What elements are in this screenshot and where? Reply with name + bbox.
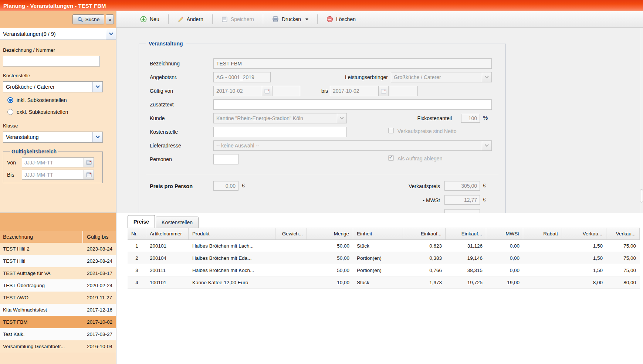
list-item[interactable]: TEST Übertragung 2020-02-24 — [0, 279, 116, 292]
cell-rabatt — [523, 252, 562, 264]
loeschen-button[interactable]: Löschen — [324, 14, 359, 24]
lieferadresse-select[interactable]: -- keine Auswahl -- — [213, 140, 492, 151]
list-item[interactable]: Test Kalk. 2017-03-27 — [0, 328, 116, 340]
gueltig-bis-zeit-input[interactable] — [389, 86, 418, 96]
form-scrollbar-track[interactable] — [640, 28, 643, 213]
tab-kostenstellen[interactable]: Kostenstellen — [156, 217, 199, 228]
list-item[interactable]: Versammlung Gesamtbetr... 2016-10-04 — [0, 340, 116, 353]
zusatztext-input[interactable] — [213, 99, 492, 110]
tab-preise[interactable]: Preise — [128, 215, 155, 228]
fixkostenanteil-input[interactable] — [461, 114, 480, 123]
auftrag-checkbox-checked[interactable] — [388, 155, 394, 161]
table-row[interactable]: 3 200111 Halbes Brötchen mit Koch... 50,… — [128, 264, 640, 276]
calendar-icon[interactable] — [262, 86, 272, 96]
gueltig-von-zeit-input[interactable] — [273, 86, 300, 96]
gueltig-von-input[interactable] — [213, 86, 262, 96]
lieferadresse-value: -- keine Auswahl -- — [214, 143, 482, 149]
radio-selected-icon[interactable] — [7, 97, 13, 103]
col-gewicht[interactable]: Gewich... — [275, 228, 307, 239]
list-item[interactable]: TEST AWO 2019-11-27 — [0, 292, 116, 304]
event-list-band — [0, 213, 116, 231]
event-list-col-bezeichnung[interactable]: Bezeichnung — [0, 231, 83, 243]
col-einkauf-1[interactable]: Einkauf... — [403, 228, 446, 239]
chevron-down-icon[interactable] — [106, 28, 116, 40]
radio-exkl-subkostenstellen[interactable]: exkl. Subkostenstellen — [7, 109, 113, 115]
von-date-input[interactable] — [22, 157, 84, 167]
cell-einkauf-1: 1,973 — [403, 276, 446, 288]
toolbar-separator — [168, 14, 169, 24]
col-einheit[interactable]: Einheit — [353, 228, 403, 239]
gueltig-bis-date[interactable] — [330, 86, 389, 96]
cell-produkt: Halbes Brötchen mit Koch... — [189, 264, 275, 276]
kostenstelle-filter-select[interactable]: Großküche / Caterer — [3, 81, 103, 92]
cell-verkauf-1: 1,50 — [562, 252, 606, 264]
calendar-icon[interactable] — [84, 157, 94, 167]
list-item[interactable]: TEST Aufträge für VA 2021-03-17 — [0, 267, 116, 279]
radio-unselected-icon[interactable] — [7, 109, 13, 115]
cell-nr: 3 — [128, 264, 146, 276]
col-menge[interactable]: Menge — [307, 228, 353, 239]
event-name: TEST Aufträge für VA — [0, 271, 83, 276]
angebotsnr-input[interactable] — [213, 72, 271, 82]
radio-inkl-label: inkl. Subkostenstellen — [17, 97, 67, 103]
scope-select-value: Veranstaltungen(9 / 9) — [0, 31, 106, 37]
event-list-col-gueltig-bis[interactable]: Gültig bis — [83, 231, 116, 243]
col-produkt[interactable]: Produkt — [189, 228, 275, 239]
radio-inkl-subkostenstellen[interactable]: inkl. Subkostenstellen — [7, 97, 113, 103]
chevron-down-icon[interactable] — [92, 132, 102, 142]
col-einkauf-2[interactable]: Einkauf... — [446, 228, 486, 239]
netto-checkbox-label: Verkaufspreise sind Netto — [397, 128, 457, 134]
gueltig-bis-input[interactable] — [330, 86, 379, 96]
chevron-down-icon[interactable] — [482, 141, 491, 150]
col-rabatt[interactable]: Rabatt — [523, 228, 562, 239]
gueltig-von-date[interactable] — [213, 86, 272, 96]
bezeichnung-input[interactable] — [213, 58, 492, 69]
dropdown-caret-icon[interactable] — [305, 18, 308, 20]
search-button[interactable]: Suche — [72, 14, 104, 24]
cell-menge: 50,00 — [307, 240, 353, 252]
bezeichnung-nummer-input[interactable] — [3, 56, 100, 67]
form-scrollbar-thumb[interactable] — [640, 189, 643, 203]
col-artikelnummer[interactable]: Artikelnummer — [146, 228, 189, 239]
mwst-input[interactable] — [444, 195, 480, 205]
col-mwst[interactable]: MWSt — [486, 228, 523, 239]
bis-label: bis — [315, 88, 328, 94]
leistungserbringer-select[interactable]: Großküche / Caterer — [391, 72, 492, 82]
aendern-button[interactable]: Ändern — [175, 14, 206, 24]
netto-checkbox[interactable] — [388, 128, 394, 133]
event-name: TEST Übertragung — [0, 283, 83, 288]
list-item[interactable]: Kita Weihnachtsfest 2017-12-16 — [0, 304, 116, 316]
table-row[interactable]: 2 200104 Halbes Brötchen mit Eda... 50,0… — [128, 252, 640, 264]
list-item-selected[interactable]: TEST FBM 2017-10-02 — [0, 316, 116, 328]
cell-einkauf-2: 38,315 — [446, 264, 486, 276]
clipped-price-input[interactable] — [444, 209, 480, 213]
speichern-button[interactable]: Speichern — [219, 14, 257, 24]
col-verkauf-2[interactable]: Verkau... — [606, 228, 640, 239]
table-row[interactable]: 4 100101 Kanne Kaffee 12,00 Euro 10,00 S… — [128, 276, 640, 289]
cell-einheit: Portion(en) — [353, 252, 403, 264]
preis-pro-person-input[interactable] — [213, 181, 238, 191]
chevron-down-icon[interactable] — [482, 72, 491, 82]
chevron-down-icon[interactable] — [337, 113, 346, 123]
cell-gewicht — [275, 264, 307, 276]
calendar-icon[interactable] — [379, 86, 389, 96]
chevron-down-icon[interactable] — [92, 82, 102, 92]
list-item[interactable]: TEST Hiltl 2 2023-08-24 — [0, 243, 116, 255]
cell-produkt: Kanne Kaffee 12,00 Euro — [189, 276, 275, 288]
personen-input[interactable] — [213, 154, 238, 164]
collapse-sidebar-button[interactable]: « — [106, 14, 114, 24]
list-item[interactable]: TEST Hiltl 2023-08-24 — [0, 255, 116, 267]
col-verkauf-1[interactable]: Verkau... — [562, 228, 606, 239]
verkaufspreis-input[interactable] — [444, 181, 480, 191]
scope-select[interactable]: Veranstaltungen(9 / 9) — [0, 28, 116, 40]
kostenstelle-input[interactable] — [213, 127, 347, 137]
neu-button[interactable]: Neu — [137, 14, 162, 24]
calendar-icon[interactable] — [84, 170, 94, 180]
event-name: TEST AWO — [0, 295, 83, 300]
table-row[interactable]: 1 200101 Halbes Brötchen mit Lach... 50,… — [128, 240, 640, 252]
drucken-button[interactable]: Drucken — [269, 14, 311, 24]
klasse-select[interactable]: Veranstaltung — [3, 132, 103, 143]
bis-date-input[interactable] — [22, 170, 84, 180]
kunde-select[interactable]: Kantine "Rhein-Energie-Stadion" Köln — [213, 113, 347, 123]
col-nr[interactable]: Nr. — [128, 228, 146, 239]
